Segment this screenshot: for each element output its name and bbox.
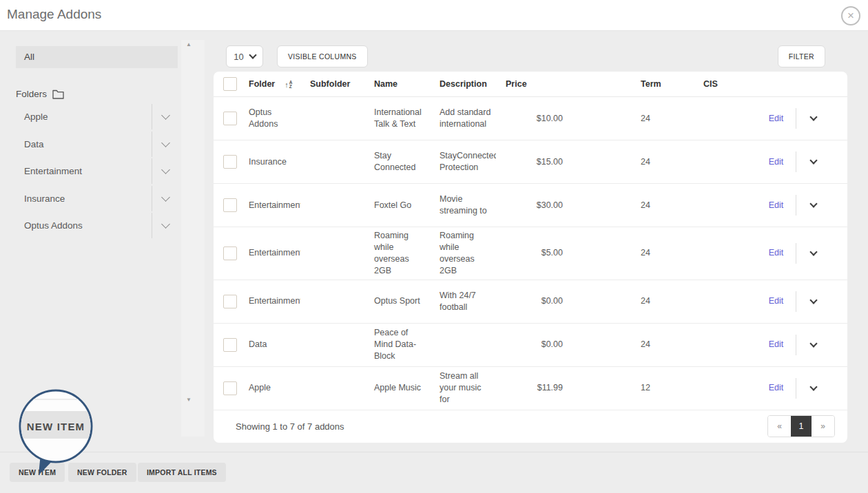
table-row: Entertainment Optus Sport With 24/7 foot… — [214, 280, 847, 323]
select-all-checkbox[interactable] — [223, 77, 237, 91]
cell-name: Foxtel Go — [364, 184, 430, 227]
column-header-cis[interactable]: CIS — [694, 72, 756, 97]
cell-folder: Optus Addons — [239, 97, 300, 140]
close-button[interactable]: × — [841, 6, 860, 25]
folder-item-label: Entertainment — [16, 166, 152, 176]
row-checkbox[interactable] — [223, 295, 237, 308]
footer-divider — [0, 452, 868, 452]
folder-expand-button[interactable] — [152, 186, 178, 211]
table-row: Optus Addons International Talk & Text A… — [214, 97, 847, 140]
row-expand-button[interactable] — [796, 378, 847, 399]
cell-term: 12 — [631, 366, 694, 410]
prev-page-button[interactable]: « — [768, 416, 791, 437]
cell-folder: Insurance — [239, 140, 300, 184]
row-expand-button[interactable] — [796, 108, 847, 129]
cell-description: With 24/7 football — [430, 280, 496, 323]
cell-cis — [694, 184, 756, 227]
folder-expand-button[interactable] — [152, 158, 178, 184]
cell-subfolder — [300, 184, 364, 227]
edit-link[interactable]: Edit — [769, 248, 784, 258]
cell-price: $10.00 — [496, 97, 631, 140]
close-icon: × — [847, 9, 854, 22]
row-checkbox[interactable] — [223, 112, 237, 125]
next-page-button[interactable]: » — [812, 416, 834, 437]
folder-item[interactable]: Apple — [16, 103, 178, 131]
scroll-down-icon[interactable]: ▼ — [186, 397, 192, 403]
folder-item[interactable]: Insurance — [16, 185, 178, 213]
pagination: « 1 » — [767, 415, 835, 437]
row-checkbox[interactable] — [223, 338, 237, 352]
column-header-name[interactable]: Name — [364, 72, 430, 97]
cell-cis — [694, 97, 756, 140]
column-header-price[interactable]: Price — [496, 72, 631, 97]
cell-cis — [694, 227, 756, 280]
import-all-items-button[interactable]: IMPORT ALL ITEMS — [138, 463, 226, 482]
cell-folder: Entertainment — [239, 184, 300, 227]
filter-button[interactable]: FILTER — [778, 45, 825, 67]
cell-name: Roaming while overseas 2GB — [364, 227, 430, 280]
dialog-header: Manage Addons × — [0, 0, 868, 31]
folder-item[interactable]: Data — [16, 131, 178, 158]
cell-description: Add standard international — [430, 97, 496, 140]
row-expand-button[interactable] — [796, 195, 847, 216]
column-label: Folder — [249, 79, 275, 89]
row-expand-button[interactable] — [796, 291, 847, 312]
folder-item[interactable]: Entertainment — [16, 158, 178, 185]
edit-link[interactable]: Edit — [769, 200, 784, 210]
cell-term: 24 — [631, 97, 694, 140]
row-checkbox[interactable] — [223, 155, 237, 169]
cell-name: Apple Music — [364, 366, 430, 410]
row-expand-button[interactable] — [796, 335, 847, 355]
table-footer: Showing 1 to 7 of 7 addons « 1 » — [214, 410, 847, 443]
folder-list: Apple Data Entertainment Insurance Optus… — [16, 103, 178, 240]
table-header-row: Folder↑AZ Subfolder Name Description Pri… — [214, 72, 847, 97]
folder-item-label: Insurance — [16, 193, 152, 204]
chevron-down-icon — [161, 193, 170, 202]
table-row: Entertainment Foxtel Go Movie streaming … — [214, 184, 847, 227]
edit-link[interactable]: Edit — [769, 339, 784, 349]
new-item-callout: NEW ITEM — [16, 388, 99, 491]
edit-link[interactable]: Edit — [769, 114, 784, 123]
row-checkbox[interactable] — [223, 381, 237, 395]
row-expand-button[interactable] — [796, 151, 847, 172]
cell-subfolder — [300, 97, 364, 140]
column-header-term[interactable]: Term — [631, 72, 694, 97]
scroll-up-icon[interactable]: ▲ — [186, 41, 192, 48]
cell-name: International Talk & Text — [364, 97, 430, 140]
page-1-button[interactable]: 1 — [791, 416, 812, 437]
chevron-down-icon — [809, 156, 817, 164]
callout-label: NEW ITEM — [27, 421, 85, 432]
row-checkbox[interactable] — [223, 246, 237, 260]
column-header-folder[interactable]: Folder↑AZ — [239, 72, 300, 97]
chevron-down-icon — [161, 220, 170, 229]
column-header-description[interactable]: Description — [430, 72, 496, 97]
page-size-select[interactable]: 10 — [226, 45, 263, 67]
cell-term: 24 — [631, 184, 694, 227]
chevron-down-icon — [809, 383, 817, 390]
column-header-subfolder[interactable]: Subfolder — [300, 72, 364, 97]
edit-link[interactable]: Edit — [769, 383, 784, 392]
folders-label: Folders — [16, 89, 64, 99]
edit-link[interactable]: Edit — [769, 296, 784, 306]
chevron-down-icon — [249, 51, 256, 59]
folder-expand-button[interactable] — [152, 213, 178, 238]
cell-term: 24 — [631, 280, 694, 323]
chevron-down-icon — [809, 248, 817, 255]
sidebar-scrollbar[interactable] — [181, 40, 205, 437]
chevron-down-icon — [809, 113, 817, 120]
edit-link[interactable]: Edit — [769, 157, 784, 167]
visible-columns-button[interactable]: VISIBLE COLUMNS — [277, 45, 368, 67]
folder-expand-button[interactable] — [152, 104, 178, 129]
folder-item[interactable]: Optus Addons — [16, 212, 178, 240]
addons-table-card: Folder↑AZ Subfolder Name Description Pri… — [214, 72, 847, 443]
table-row: Insurance Stay Connected StayConnected P… — [214, 140, 847, 184]
folders-label-text: Folders — [16, 89, 47, 99]
folder-expand-button[interactable] — [152, 132, 178, 157]
row-checkbox[interactable] — [223, 198, 237, 212]
all-filter[interactable]: All — [16, 46, 178, 68]
cell-subfolder — [300, 366, 364, 410]
row-expand-button[interactable] — [796, 243, 847, 264]
addons-table-body: Optus Addons International Talk & Text A… — [214, 97, 847, 410]
sort-az-icon[interactable]: ↑AZ — [285, 81, 292, 89]
cell-cis — [694, 280, 756, 323]
